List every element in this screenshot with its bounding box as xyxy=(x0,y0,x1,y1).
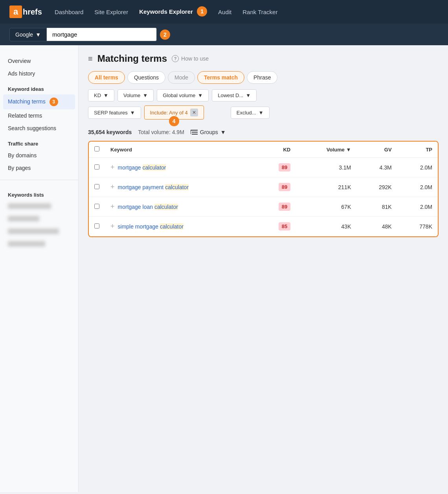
tab-all-terms[interactable]: All terms xyxy=(88,71,125,84)
volume-cell: 3.1M xyxy=(296,158,356,177)
tab-terms-match[interactable]: Terms match xyxy=(197,71,244,84)
gv-cell: 81K xyxy=(356,197,397,217)
kd-cell: 89 xyxy=(257,158,296,177)
sidebar-item-overview[interactable]: Overview xyxy=(0,55,78,67)
kd-badge: 89 xyxy=(279,183,290,191)
sidebar-blurred-item-2 xyxy=(0,213,78,225)
filter-volume[interactable]: Volume ▼ xyxy=(118,89,154,101)
row-checkbox-cell xyxy=(89,177,105,197)
row-checkbox[interactable] xyxy=(94,164,99,170)
row-checkbox-cell xyxy=(89,158,105,177)
keyword-cell: + mortgage payment calculator xyxy=(105,177,257,197)
how-to-use-button[interactable]: ? How to use xyxy=(172,55,209,62)
content-header: ≡ Matching terms ? How to use xyxy=(88,53,439,64)
th-keyword[interactable]: Keyword xyxy=(105,142,257,158)
sidebar-section-keyword-ideas: Keyword ideas xyxy=(0,80,78,94)
add-keyword-button[interactable]: + xyxy=(110,163,115,171)
filter-serp-features[interactable]: SERP features ▼ xyxy=(88,107,141,119)
filter-include[interactable]: Include: Any of 4 ✕ 4 xyxy=(144,105,204,120)
groups-button[interactable]: Groups ▼ xyxy=(191,129,226,135)
sidebar-item-by-pages[interactable]: By pages xyxy=(0,162,78,174)
tab-mode-label: Mode xyxy=(168,71,195,84)
add-keyword-button[interactable]: + xyxy=(110,183,115,191)
help-circle-icon: ? xyxy=(172,55,179,62)
row-checkbox[interactable] xyxy=(94,184,99,189)
search-input[interactable] xyxy=(47,28,157,41)
volume-cell: 211K xyxy=(296,177,356,197)
hamburger-icon[interactable]: ≡ xyxy=(88,54,93,63)
th-gv[interactable]: GV xyxy=(356,142,397,158)
gv-cell: 292K xyxy=(356,177,397,197)
th-kd[interactable]: KD xyxy=(257,142,296,158)
matching-terms-badge: 3 xyxy=(50,98,58,106)
page-title: Matching terms xyxy=(97,53,167,64)
sidebar-divider xyxy=(0,180,78,180)
filter-lowest-dr[interactable]: Lowest D... ▼ xyxy=(212,89,257,101)
table-row: + simple mortgage calculator 85 43K 48K … xyxy=(89,217,438,236)
select-all-checkbox[interactable] xyxy=(94,146,99,151)
filter-badge: 4 xyxy=(169,116,179,126)
search-badge: 2 xyxy=(160,29,170,40)
engine-select[interactable]: Google ▼ xyxy=(9,28,47,41)
filter-exclude[interactable]: Exclud... ▼ xyxy=(231,107,270,119)
nav-dashboard[interactable]: Dashboard xyxy=(55,9,83,15)
chevron-down-icon: ▼ xyxy=(143,92,148,98)
keywords-table: Keyword KD Volume ▼ GV TP xyxy=(89,142,438,236)
filter-kd[interactable]: KD ▼ xyxy=(88,89,114,101)
groups-icon xyxy=(191,129,198,135)
table-row: + mortgage payment calculator 89 211K 29… xyxy=(89,177,438,197)
sidebar-section-keywords-lists: Keywords lists xyxy=(0,186,78,200)
keyword-highlight: calculator xyxy=(165,184,189,190)
chevron-down-icon: ▼ xyxy=(259,110,264,116)
nav-site-explorer[interactable]: Site Explorer xyxy=(94,9,128,15)
chevron-down-icon: ▼ xyxy=(35,31,41,38)
chevron-down-icon: ▼ xyxy=(130,110,135,116)
chevron-down-icon: ▼ xyxy=(246,92,251,98)
keyword-link[interactable]: mortgage loan calculator xyxy=(118,204,178,210)
logo-a: a xyxy=(9,6,22,18)
results-volume: Total volume: 4.9M xyxy=(138,129,184,135)
filter-include-close[interactable]: ✕ xyxy=(190,109,198,116)
th-tp[interactable]: TP xyxy=(397,142,438,158)
keywords-explorer-badge: 1 xyxy=(197,6,207,17)
th-volume[interactable]: Volume ▼ xyxy=(296,142,356,158)
add-keyword-button[interactable]: + xyxy=(110,203,115,211)
nav-audit[interactable]: Audit xyxy=(218,9,231,15)
keyword-link[interactable]: mortgage calculator xyxy=(118,164,166,171)
sidebar-blurred-item-4 xyxy=(0,238,78,251)
filter-row-2: SERP features ▼ Include: Any of 4 ✕ 4 Ex… xyxy=(88,105,439,120)
keyword-highlight: calculator xyxy=(160,223,184,230)
sidebar-item-ads-history[interactable]: Ads history xyxy=(0,67,78,80)
gv-cell: 48K xyxy=(356,217,397,236)
gv-cell: 4.3M xyxy=(356,158,397,177)
table-header-row: Keyword KD Volume ▼ GV TP xyxy=(89,142,438,158)
sidebar: Overview Ads history Keyword ideas Match… xyxy=(0,45,79,492)
tab-questions[interactable]: Questions xyxy=(127,71,165,84)
tp-cell: 2.0M xyxy=(397,197,438,217)
sidebar-item-by-domains[interactable]: By domains xyxy=(0,149,78,162)
logo[interactable]: a hrefs xyxy=(9,6,42,18)
nav-keywords-explorer[interactable]: Keywords Explorer 1 xyxy=(139,7,207,17)
add-keyword-button[interactable]: + xyxy=(110,222,115,230)
chevron-down-icon: ▼ xyxy=(103,92,108,98)
row-checkbox[interactable] xyxy=(94,204,99,209)
keyword-cell: + mortgage loan calculator xyxy=(105,197,257,217)
sidebar-item-matching-terms[interactable]: Matching terms 3 xyxy=(3,94,75,109)
results-summary: 35,654 keywords Total volume: 4.9M Group… xyxy=(88,129,439,135)
nav-rank-tracker[interactable]: Rank Tracker xyxy=(242,9,277,15)
keyword-link[interactable]: simple mortgage calculator xyxy=(118,223,184,230)
kd-cell: 89 xyxy=(257,177,296,197)
sidebar-item-search-suggestions[interactable]: Search suggestions xyxy=(0,122,78,135)
sidebar-item-related-terms[interactable]: Related terms xyxy=(0,109,78,122)
keyword-link[interactable]: mortgage payment calculator xyxy=(118,184,189,190)
search-bar: Google ▼ 2 xyxy=(0,24,448,45)
row-checkbox[interactable] xyxy=(94,223,99,229)
kd-badge: 89 xyxy=(279,203,290,211)
keyword-cell: + mortgage calculator xyxy=(105,158,257,177)
tab-phrase[interactable]: Phrase xyxy=(247,71,277,84)
row-checkbox-cell xyxy=(89,197,105,217)
filter-global-volume[interactable]: Global volume ▼ xyxy=(157,89,209,101)
results-count: 35,654 keywords xyxy=(88,129,132,135)
tp-cell: 778K xyxy=(397,217,438,236)
kd-cell: 85 xyxy=(257,217,296,236)
